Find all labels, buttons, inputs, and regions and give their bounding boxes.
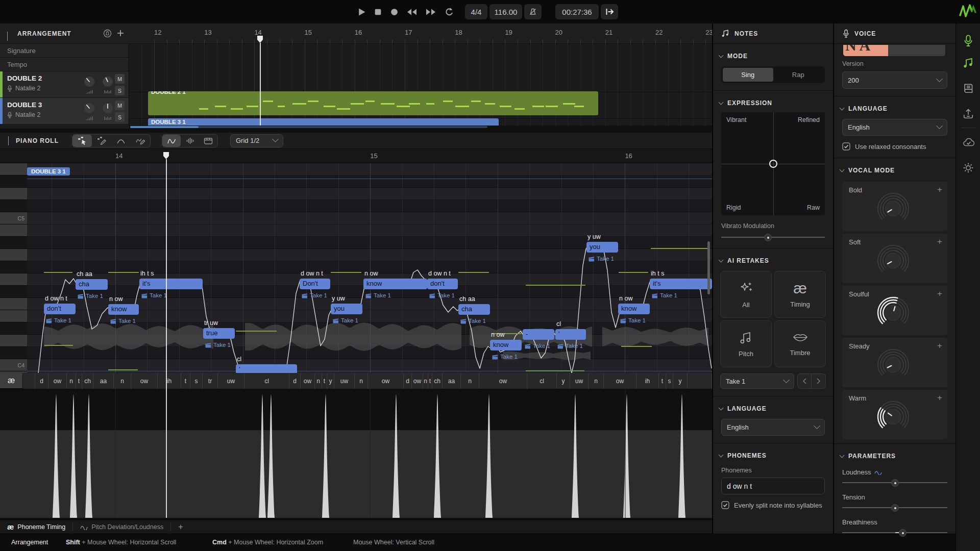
piano-note[interactable]: ' xyxy=(236,364,297,373)
time-display[interactable]: 00:27:36 xyxy=(555,4,599,19)
phoneme-cell[interactable]: ch xyxy=(432,373,443,389)
take-chip[interactable]: Take 1 xyxy=(333,317,358,323)
parameters-section-header[interactable]: PARAMETERS xyxy=(834,451,955,461)
vocal-mode-section-header[interactable]: VOCAL MODE xyxy=(834,165,955,176)
record-button[interactable] xyxy=(390,8,399,16)
piano-roll-canvas[interactable]: d ow n tdon'tTake 1ch aachaTake 1n owkno… xyxy=(0,163,712,373)
piano-note[interactable]: - xyxy=(523,329,554,340)
add-vocal-mode-automation[interactable]: + xyxy=(937,289,942,299)
rail-export-tab[interactable] xyxy=(963,108,974,119)
piano-key[interactable] xyxy=(0,286,27,298)
waveform-view-toggle[interactable] xyxy=(181,135,199,147)
take-chip[interactable]: Take 1 xyxy=(205,342,231,348)
phonemes-input[interactable]: d ow n t xyxy=(721,478,825,494)
rail-settings-button[interactable] xyxy=(963,162,974,173)
pan-knob[interactable] xyxy=(102,102,114,114)
notes-language-dropdown[interactable]: English xyxy=(721,419,825,436)
pitch-curve-tool[interactable] xyxy=(111,135,131,147)
take-chip[interactable]: Take 1 xyxy=(46,317,71,323)
take-chip[interactable]: Take 1 xyxy=(557,343,583,349)
phoneme-cell[interactable]: n xyxy=(315,373,322,389)
phoneme-cell[interactable]: ih xyxy=(636,373,659,389)
piano-note[interactable]: know xyxy=(490,340,522,350)
add-tab-button[interactable]: + xyxy=(171,520,190,534)
take-chip[interactable]: Take 1 xyxy=(652,292,677,298)
time-signature-display[interactable]: 4/4 xyxy=(465,4,487,19)
slider-handle[interactable] xyxy=(899,529,906,537)
take-chip[interactable]: Take 1 xyxy=(141,292,167,298)
phoneme-cell[interactable]: y xyxy=(673,373,688,389)
voice-language-dropdown[interactable]: English xyxy=(842,119,947,136)
take-chip[interactable]: Take 1 xyxy=(110,318,136,324)
parameter-slider-tension[interactable] xyxy=(842,504,947,511)
piano-key[interactable] xyxy=(0,371,27,373)
piano-note[interactable]: know xyxy=(363,279,427,289)
track-row-double-3[interactable]: DOUBLE 3Natalie 2 MS xyxy=(0,98,129,124)
voice-language-section-header[interactable]: LANGUAGE xyxy=(834,104,955,114)
phoneme-cell[interactable]: t xyxy=(428,373,432,389)
phoneme-cell[interactable]: ow xyxy=(479,373,527,389)
collapse-arrangement-chevron[interactable] xyxy=(7,32,8,41)
mode-rap-button[interactable]: Rap xyxy=(773,68,824,82)
add-vocal-mode-automation[interactable]: + xyxy=(937,237,942,247)
phoneme-cell[interactable]: aa xyxy=(93,373,114,389)
phoneme-cell[interactable]: t xyxy=(322,373,327,389)
piano-key[interactable] xyxy=(0,335,27,347)
note-select-tool[interactable] xyxy=(72,135,92,147)
piano-note[interactable]: you xyxy=(586,242,618,253)
slider-handle[interactable] xyxy=(891,504,899,512)
notes-language-section-header[interactable]: LANGUAGE xyxy=(713,404,833,414)
follow-playhead-toggle[interactable] xyxy=(601,4,618,19)
tempo-track-icon[interactable] xyxy=(103,29,112,38)
parameter-slider-loudness[interactable] xyxy=(842,479,947,486)
voice-avatar[interactable]: N A xyxy=(843,45,945,56)
metronome-toggle[interactable] xyxy=(524,4,542,19)
arrangement-clips-area[interactable]: DOUBLE 2 1DOUBLE 3 1 xyxy=(129,44,712,126)
phoneme-cell[interactable]: ow xyxy=(131,373,158,389)
phoneme-cell[interactable]: n xyxy=(461,373,479,389)
volume-knob[interactable] xyxy=(83,102,95,114)
clip-double-3-1[interactable]: DOUBLE 3 1 xyxy=(148,118,499,126)
take-chip[interactable]: Take 1 xyxy=(302,292,327,298)
expression-xy-pad[interactable]: Vibrant Refined Rigid Raw xyxy=(721,112,825,215)
phonemes-section-header[interactable]: PHONEMES xyxy=(713,450,833,461)
piano-note[interactable]: you xyxy=(331,304,362,314)
piano-keys[interactable]: C5C4 xyxy=(0,163,27,373)
phoneme-cell[interactable]: ih xyxy=(158,373,181,389)
vocal-mode-knob[interactable] xyxy=(872,240,915,283)
phoneme-cell[interactable]: n xyxy=(589,373,604,389)
solo-button[interactable]: S xyxy=(115,86,125,95)
retake-view-toggle[interactable] xyxy=(199,135,217,147)
piano-key[interactable] xyxy=(0,347,27,359)
take-chip[interactable]: Take 1 xyxy=(365,292,391,298)
piano-key[interactable] xyxy=(0,200,27,212)
retake-pitch-button[interactable]: Pitch xyxy=(720,320,772,367)
piano-note[interactable]: cha xyxy=(458,304,490,315)
vocal-mode-knob[interactable] xyxy=(872,188,915,231)
take-chip[interactable]: Take 1 xyxy=(78,293,103,299)
slider-handle[interactable] xyxy=(764,234,772,241)
piano-key[interactable]: C4 xyxy=(0,359,27,371)
rail-cloud-sync-button[interactable] xyxy=(963,137,975,147)
phoneme-cell[interactable]: t xyxy=(76,373,82,389)
piano-note[interactable]: don't xyxy=(427,279,458,289)
phoneme-cell[interactable]: n xyxy=(67,373,76,389)
checkbox-checked-icon[interactable] xyxy=(721,501,729,509)
take-chip[interactable]: Take 1 xyxy=(460,318,486,324)
checkbox-checked-icon[interactable] xyxy=(842,142,850,151)
fast-forward-button[interactable] xyxy=(425,8,436,16)
pitch-draw-tool[interactable] xyxy=(131,135,150,147)
rail-voice-tab[interactable] xyxy=(963,35,974,47)
phoneme-cell[interactable]: t xyxy=(181,373,190,389)
piano-note[interactable]: ' xyxy=(555,329,586,340)
phoneme-cell[interactable]: n xyxy=(423,373,428,389)
vocal-mode-soft[interactable]: Soft+ xyxy=(842,234,947,283)
arrangement-meta-row[interactable]: Signature xyxy=(0,44,129,58)
phoneme-cell[interactable]: uw xyxy=(570,373,589,389)
mode-section-header[interactable]: MODE xyxy=(713,51,833,61)
ai-retakes-section-header[interactable]: AI RETAKES xyxy=(713,256,833,266)
phoneme-cell[interactable]: uw xyxy=(334,373,355,389)
phoneme-cell[interactable]: n xyxy=(114,373,131,389)
version-dropdown[interactable]: 200 xyxy=(842,71,947,89)
take-chip[interactable]: Take 1 xyxy=(620,317,646,323)
